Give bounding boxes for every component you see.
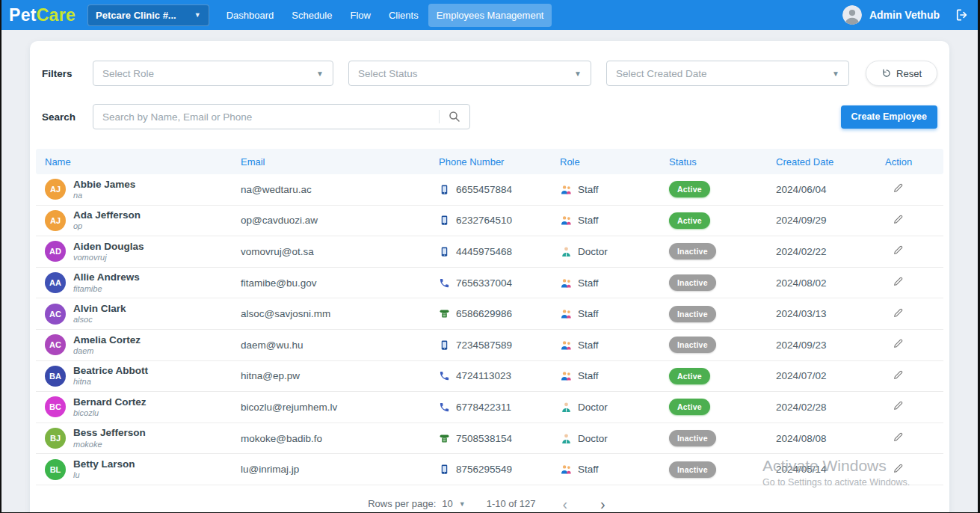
employee-table-body: AJ Abbie James na na@wedtaru.ac 66554578… <box>36 174 943 485</box>
next-page-icon[interactable]: › <box>594 497 611 512</box>
doctor-icon <box>560 401 573 414</box>
phone-cell: 6778422311 <box>439 402 560 413</box>
status-cell: Inactive <box>669 243 776 259</box>
employee-name: Aiden Douglas <box>73 241 144 253</box>
status-cell: Active <box>669 212 776 229</box>
edit-icon[interactable] <box>893 337 905 349</box>
employee-username: lu <box>73 470 135 480</box>
status-cell: Inactive <box>669 274 776 291</box>
edit-icon[interactable] <box>893 182 905 194</box>
employee-email: vomovruj@ot.sa <box>241 246 439 257</box>
status-badge: Active <box>669 399 710 415</box>
logout-icon[interactable] <box>955 7 970 22</box>
previous-page-icon[interactable]: ‹ <box>556 497 573 512</box>
avatar: BC <box>45 396 66 417</box>
created-date-filter-select[interactable]: Select Created Date ▼ <box>606 61 849 86</box>
employee-phone: 6778422311 <box>456 402 511 413</box>
edit-icon[interactable] <box>893 462 905 474</box>
doctor-icon <box>560 245 573 258</box>
table-row: AJ Abbie James na na@wedtaru.ac 66554578… <box>36 174 943 206</box>
role-cell: Staff <box>560 277 669 289</box>
search-input[interactable] <box>102 111 439 123</box>
rows-per-page[interactable]: Rows per page: 10 ▼ <box>368 498 465 509</box>
role-cell: Staff <box>560 339 669 351</box>
employee-role: Doctor <box>578 433 608 444</box>
employee-name: Ada Jefferson <box>73 209 141 221</box>
status-cell: Inactive <box>669 337 776 353</box>
created-date: 2024/06/04 <box>776 184 885 195</box>
employee-name: Beatrice Abbott <box>73 365 148 377</box>
status-cell: Active <box>669 368 776 384</box>
created-date: 2024/02/22 <box>776 246 885 257</box>
status-filter-select[interactable]: Select Status ▼ <box>348 61 591 86</box>
phone-icon <box>439 402 450 413</box>
petcare-logo[interactable]: PetCare <box>9 7 75 24</box>
edit-icon[interactable] <box>893 369 905 381</box>
column-header-status: Status <box>669 156 776 168</box>
employee-phone: 6586629986 <box>456 308 512 319</box>
search-box <box>93 104 470 129</box>
search-icon[interactable] <box>440 105 469 129</box>
search-row: Search Create Employee <box>36 104 943 129</box>
employee-username: vomovruj <box>73 253 144 262</box>
employee-name: Betty Larson <box>73 458 135 470</box>
edit-icon[interactable] <box>893 213 905 225</box>
status-badge: Active <box>669 368 710 384</box>
column-header-name: Name <box>36 156 241 168</box>
phone-cell: 7656337004 <box>439 277 560 289</box>
role-cell: Staff <box>560 183 669 196</box>
avatar: BA <box>45 366 66 387</box>
nav-item-employees-management[interactable]: Employees Management <box>428 4 552 27</box>
employee-name: Bernard Cortez <box>73 396 147 408</box>
edit-icon[interactable] <box>893 399 905 411</box>
name-cell: AC Amelia Cortez daem <box>36 334 241 356</box>
landline-icon <box>439 433 450 444</box>
employee-name: Abbie James <box>73 179 135 191</box>
chevron-down-icon: ▼ <box>459 500 466 508</box>
avatar: AJ <box>45 179 66 200</box>
role-filter-select[interactable]: Select Role ▼ <box>93 61 333 86</box>
edit-icon[interactable] <box>893 431 905 443</box>
employee-email: daem@wu.hu <box>241 340 439 351</box>
reset-button[interactable]: Reset <box>866 61 937 86</box>
nav-item-flow[interactable]: Flow <box>342 4 378 27</box>
column-header-email: Email <box>241 156 439 168</box>
status-badge: Active <box>669 181 710 197</box>
table-row: BA Beatrice Abbott hitna hitna@ep.pw 472… <box>36 361 943 393</box>
staff-icon <box>560 369 573 382</box>
nav-item-schedule[interactable]: Schedule <box>283 4 340 27</box>
nav-item-dashboard[interactable]: Dashboard <box>218 4 283 27</box>
status-filter-placeholder: Select Status <box>358 68 418 79</box>
employee-username: hitna <box>73 377 148 387</box>
status-cell: Inactive <box>669 430 776 446</box>
name-cell: AA Allie Andrews fitamibe <box>36 271 241 293</box>
edit-icon[interactable] <box>893 307 905 319</box>
user-avatar[interactable] <box>842 5 862 25</box>
edit-icon[interactable] <box>893 244 905 256</box>
mobile-icon <box>439 464 450 475</box>
refresh-icon <box>881 68 892 79</box>
employee-table: NameEmailPhone NumberRoleStatusCreated D… <box>36 149 943 485</box>
name-cell: BC Bernard Cortez bicozlu <box>36 396 241 418</box>
nav-item-clients[interactable]: Clients <box>380 4 427 27</box>
avatar: AA <box>45 272 66 293</box>
user-name: Admin Vethub <box>869 9 940 21</box>
create-employee-button[interactable]: Create Employee <box>841 105 937 129</box>
column-header-role: Role <box>560 156 669 168</box>
employee-username: fitamibe <box>73 284 140 294</box>
created-date-filter-placeholder: Select Created Date <box>616 68 707 79</box>
rows-per-page-label: Rows per page: <box>368 498 436 509</box>
employee-email: fitamibe@bu.gov <box>241 277 439 289</box>
clinic-selector[interactable]: Petcare Clinic #... ▼ <box>87 4 209 26</box>
employee-role: Staff <box>578 277 599 289</box>
action-cell <box>885 399 943 414</box>
table-row: BJ Bess Jefferson mokoke mokoke@badib.fo… <box>36 423 943 455</box>
employee-email: hitna@ep.pw <box>241 370 439 381</box>
avatar: BL <box>45 459 66 480</box>
edit-icon[interactable] <box>893 275 905 287</box>
table-header-row: NameEmailPhone NumberRoleStatusCreated D… <box>36 149 943 174</box>
employee-role: Staff <box>578 370 599 381</box>
window-edge-left <box>0 0 1 513</box>
employee-role: Staff <box>578 308 599 319</box>
staff-icon <box>560 463 573 476</box>
